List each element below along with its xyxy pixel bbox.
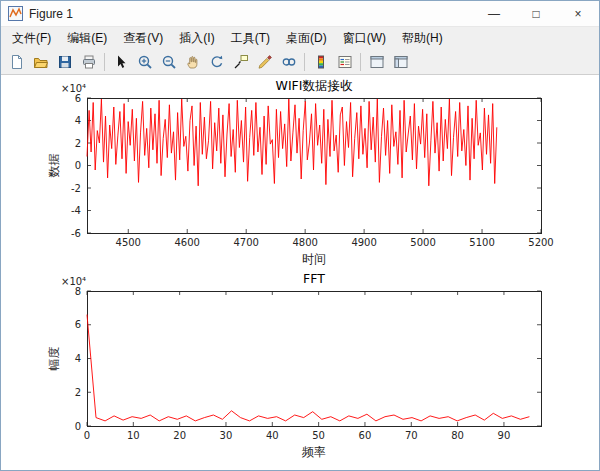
data-cursor-button[interactable] [229, 51, 252, 73]
hide-plot-tools-button[interactable] [365, 51, 388, 73]
link-plot-icon [281, 54, 297, 70]
toolbar-separator [104, 53, 105, 71]
new-file-icon [9, 54, 25, 70]
link-plot-button[interactable] [277, 51, 300, 73]
x-tick-label: 0 [84, 430, 90, 441]
pan-hand-icon [185, 54, 201, 70]
zoom-in-icon [137, 54, 153, 70]
insert-legend-button[interactable] [333, 51, 356, 73]
y-tick-label: 2 [75, 138, 81, 149]
x-tick-label: 30 [220, 430, 233, 441]
menu-file[interactable]: 文件(F) [4, 28, 59, 49]
open-folder-button[interactable] [29, 51, 52, 73]
close-button[interactable]: × [557, 1, 599, 26]
y-tick-label: 6 [75, 319, 81, 330]
y-axis-label: 数据 [47, 154, 61, 178]
x-axis-label: 频率 [301, 445, 326, 459]
zoom-out-icon [161, 54, 177, 70]
y-exponent-label: ×10⁴ [61, 276, 86, 287]
axes-box [87, 291, 541, 426]
insert-legend-icon [337, 54, 353, 70]
maximize-button[interactable]: □ [515, 1, 557, 26]
y-tick-label: 4 [75, 115, 81, 126]
x-tick-label: 4500 [116, 237, 141, 248]
zoom-out-button[interactable] [157, 51, 180, 73]
y-tick-label: -4 [71, 205, 81, 216]
x-tick-label: 5200 [528, 237, 553, 248]
x-tick-label: 60 [359, 430, 372, 441]
pan-button[interactable] [181, 51, 204, 73]
window-controls: — □ × [473, 1, 599, 26]
menu-help[interactable]: 帮助(H) [394, 28, 451, 49]
edit-plot-button[interactable] [109, 51, 132, 73]
menu-bar: 文件(F) 编辑(E) 查看(V) 插入(I) 工具(T) 桌面(D) 窗口(W… [1, 27, 599, 49]
x-tick-label: 10 [127, 430, 140, 441]
figure-toolbar [1, 49, 599, 75]
figure-window: Figure 1 — □ × 文件(F) 编辑(E) 查看(V) 插入(I) 工… [0, 0, 600, 471]
chart-title: WIFI数据接收 [276, 78, 353, 93]
y-tick-label: -2 [71, 183, 81, 194]
x-tick-label: 4600 [175, 237, 200, 248]
zoom-in-button[interactable] [133, 51, 156, 73]
hide-plot-tools-icon [369, 54, 385, 70]
y-tick-label: 0 [75, 160, 81, 171]
figure-canvas-area: 45004600470048004900500051005200-6-4-202… [1, 75, 599, 470]
y-axis-label: 幅度 [47, 347, 61, 371]
window-title: Figure 1 [29, 7, 73, 21]
save-button[interactable] [53, 51, 76, 73]
new-file-button[interactable] [5, 51, 28, 73]
x-tick-label: 80 [451, 430, 464, 441]
x-tick-label: 40 [266, 430, 279, 441]
x-tick-label: 4900 [351, 237, 376, 248]
show-plot-tools-button[interactable] [389, 51, 412, 73]
rotate-3d-button[interactable] [205, 51, 228, 73]
toolbar-separator [360, 53, 361, 71]
title-bar: Figure 1 — □ × [1, 1, 599, 27]
brush-icon [257, 54, 273, 70]
menu-view[interactable]: 查看(V) [115, 28, 171, 49]
menu-window[interactable]: 窗口(W) [335, 28, 394, 49]
minimize-button[interactable]: — [473, 1, 515, 26]
chart-wifi-signal: 45004600470048004900500051005200-6-4-202… [47, 78, 554, 266]
y-tick-label: 8 [75, 286, 81, 297]
menu-tools[interactable]: 工具(T) [223, 28, 278, 49]
x-axis-label: 时间 [302, 252, 326, 266]
chart-fft: 010203040506070809002468FFT×10⁴幅度频率 [47, 271, 541, 459]
y-tick-label: 0 [75, 421, 81, 432]
figure-canvas[interactable]: 45004600470048004900500051005200-6-4-202… [1, 75, 600, 470]
x-tick-label: 50 [312, 430, 325, 441]
insert-colorbar-button[interactable] [309, 51, 332, 73]
y-tick-label: 4 [75, 353, 81, 364]
print-icon [81, 54, 97, 70]
rotate-3d-icon [209, 54, 225, 70]
y-tick-label: 2 [75, 387, 81, 398]
print-button[interactable] [77, 51, 100, 73]
x-tick-label: 90 [498, 430, 511, 441]
x-tick-label: 5000 [410, 237, 435, 248]
chart-title: FFT [303, 271, 325, 286]
edit-arrow-icon [113, 54, 129, 70]
x-tick-label: 4800 [292, 237, 317, 248]
y-tick-label: 6 [75, 93, 81, 104]
open-folder-icon [33, 54, 49, 70]
x-tick-label: 4700 [233, 237, 258, 248]
toolbar-separator [304, 53, 305, 71]
menu-insert[interactable]: 插入(I) [171, 28, 222, 49]
y-exponent-label: ×10⁴ [61, 83, 86, 94]
menu-edit[interactable]: 编辑(E) [59, 28, 115, 49]
menu-desktop[interactable]: 桌面(D) [278, 28, 335, 49]
show-plot-tools-icon [393, 54, 409, 70]
insert-colorbar-icon [313, 54, 329, 70]
x-tick-label: 5100 [469, 237, 494, 248]
brush-button[interactable] [253, 51, 276, 73]
save-icon [57, 54, 73, 70]
x-tick-label: 70 [405, 430, 418, 441]
x-tick-label: 20 [173, 430, 186, 441]
matlab-figure-icon [8, 6, 23, 21]
data-cursor-icon [233, 54, 249, 70]
y-tick-label: -6 [71, 228, 81, 239]
